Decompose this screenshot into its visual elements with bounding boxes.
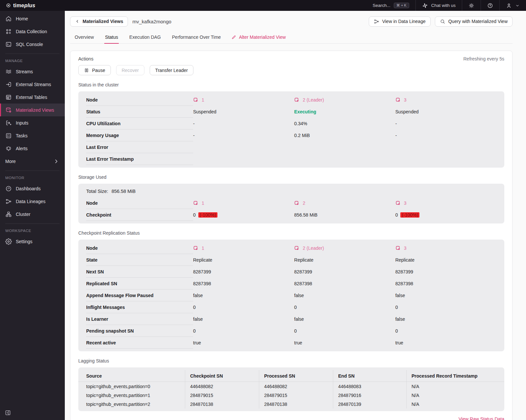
sidebar-item-data-collection[interactable]: Data Collection	[0, 25, 65, 38]
tab-execution-dag[interactable]: Execution DAG	[129, 35, 162, 43]
sidebar-item-label: Data Lineages	[16, 199, 45, 204]
sidebar-item-external-tables[interactable]: External Tables	[0, 91, 65, 104]
table-cell: 284870138	[185, 400, 259, 408]
table-cell: 3	[395, 242, 496, 254]
table-row: Node123	[86, 197, 496, 209]
table-cell: 0	[395, 301, 496, 313]
chat-with-us-button[interactable]: Chat with us	[415, 0, 462, 11]
tab-overview[interactable]: Overview	[74, 35, 94, 43]
table-cell: Suspended	[395, 106, 496, 118]
chevron-left-icon	[75, 19, 80, 24]
sidebar-item-inputs[interactable]: Inputs	[0, 116, 65, 129]
table-cell: -	[193, 118, 294, 129]
sidebar-item-external-streams[interactable]: External Streams	[0, 78, 65, 91]
table-row: Last Error Timestamp	[86, 153, 496, 165]
column-header-source: Source	[78, 370, 185, 382]
account-menu[interactable]	[499, 0, 526, 11]
action-buttons: Pause Recover Transfer Leader	[78, 65, 504, 75]
row-label: Status	[86, 106, 193, 118]
chevron-right-icon	[53, 158, 60, 165]
table-cell: 0	[294, 301, 395, 313]
sidebar-item-tasks[interactable]: Tasks	[0, 129, 65, 142]
table-cell	[395, 141, 496, 153]
view-in-data-lineage-button[interactable]: View in Data Lineage	[369, 16, 431, 27]
table-cell: 8287398	[193, 278, 294, 290]
table-cell: 284879015	[185, 391, 259, 400]
table-cell: 0	[395, 325, 496, 337]
sidebar-item-settings[interactable]: Settings	[0, 235, 65, 248]
sidebar-item-alerts[interactable]: Alerts	[0, 142, 65, 155]
table-cell: 0	[294, 325, 395, 337]
data-lineage-icon	[374, 19, 379, 24]
table-cell: 0.2 MiB	[294, 129, 395, 141]
sidebar-item-streams[interactable]: Streams	[0, 65, 65, 78]
view-raw-status-data-link[interactable]: View Raw Status Data	[78, 416, 504, 420]
table-row: Inflight Messages000	[86, 301, 496, 313]
transfer-leader-button[interactable]: Transfer Leader	[150, 65, 193, 75]
table-cell: 1	[193, 94, 294, 106]
sidebar-item-home[interactable]: Home	[0, 12, 65, 25]
table-cell: true	[193, 337, 294, 349]
sidebar-divider	[5, 223, 60, 224]
sun-icon	[468, 3, 474, 9]
sidebar-item-sql-console[interactable]: SQL Console	[0, 38, 65, 51]
table-cell: 1	[193, 197, 294, 209]
checkpoint-delta-badge: (-100%)	[400, 212, 419, 218]
pause-button[interactable]: Pause	[78, 65, 111, 75]
search-button[interactable]: Search... ⌘ + K	[366, 0, 415, 11]
sidebar-item-data-lineages[interactable]: Data Lineages	[0, 195, 65, 208]
table-cell: 856.58 MiB	[294, 209, 395, 221]
table-cell: Suspended	[193, 106, 294, 118]
query-with-materialized-view-button[interactable]: Query with Materialized View	[435, 16, 513, 27]
chevron-down-icon	[515, 3, 520, 8]
cluster-icon	[5, 211, 12, 218]
table-cell: -	[395, 118, 496, 129]
table-row: StatusSuspendedExecutingSuspended	[86, 106, 496, 118]
total-size-value: 856.58 MiB	[112, 189, 136, 194]
help-button[interactable]	[481, 0, 499, 11]
collapse-sidebar-icon[interactable]	[5, 409, 11, 416]
table-cell: 2	[294, 197, 395, 209]
back-to-materialized-views-button[interactable]: Materialized Views	[70, 16, 128, 27]
tab-performance-over-time[interactable]: Performance Over Time	[171, 35, 222, 43]
row-label: Node	[86, 242, 193, 254]
back-label: Materialized Views	[83, 19, 123, 24]
recover-button[interactable]: Recover	[116, 65, 144, 75]
search-label: Search...	[373, 3, 390, 8]
sidebar-group-label-monitor: MONITOR	[0, 173, 65, 182]
table-cell	[294, 153, 395, 165]
table-cell: false	[193, 313, 294, 325]
home-icon	[5, 15, 12, 22]
external-streams-icon	[5, 81, 12, 88]
help-icon	[487, 3, 493, 9]
brand-logo-text: timeplus	[13, 3, 35, 9]
table-row: Replicated SN828739882873988287398	[86, 278, 496, 290]
tab-status[interactable]: Status	[104, 35, 119, 43]
search-icon	[440, 19, 445, 24]
sidebar-item-label: SQL Console	[16, 42, 43, 47]
row-label: Append Message Flow Paused	[86, 290, 193, 301]
sidebar-item-more[interactable]: More	[0, 155, 65, 168]
sidebar-item-cluster[interactable]: Cluster	[0, 208, 65, 221]
table-cell: 446488082	[185, 382, 259, 391]
table-cell	[294, 141, 395, 153]
page-header: Materialized Views mv_kafka2mongo View i…	[65, 11, 526, 31]
tasks-icon	[5, 132, 12, 139]
table-row: Last Error	[86, 141, 496, 153]
row-label: Is Learner	[86, 313, 193, 325]
table-cell: 0(-100%)	[395, 209, 496, 221]
sidebar-item-dashboards[interactable]: Dashboards	[0, 182, 65, 195]
sidebar-item-materialized-views[interactable]: Materialized Views	[0, 104, 65, 116]
row-label: Inflight Messages	[86, 301, 193, 313]
table-row: CPU Ultilization-0.34%-	[86, 118, 496, 129]
node-label: 1	[202, 245, 204, 251]
alter-materialized-view-button[interactable]: Alter Materialized View	[231, 35, 286, 43]
sidebar-item-label: Settings	[16, 239, 33, 244]
theme-toggle-button[interactable]	[462, 0, 481, 11]
row-label: State	[86, 254, 193, 266]
chat-label: Chat with us	[431, 3, 456, 8]
table-cell: topic=github_events,partition=1	[78, 391, 185, 400]
search-shortcut: ⌘ + K	[394, 3, 409, 8]
brand-logo[interactable]: timeplus	[0, 0, 41, 11]
total-size-label: Total Size:	[86, 189, 108, 194]
